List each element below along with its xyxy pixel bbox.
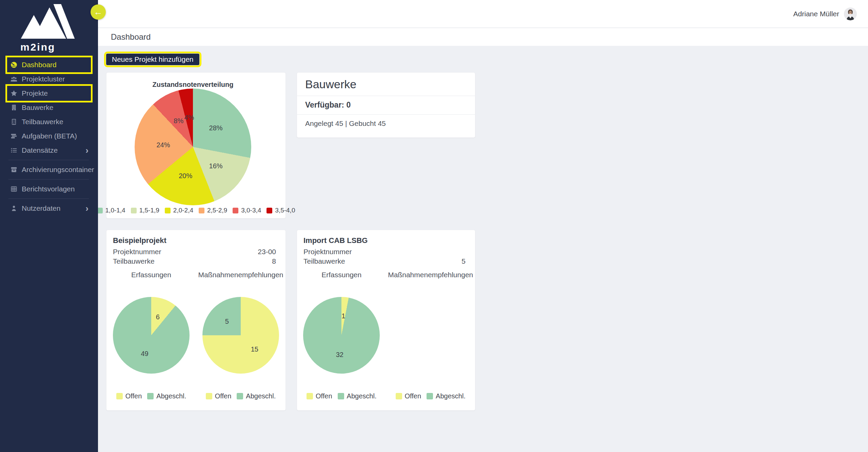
sidebar-item-datensaetze[interactable]: Datensätze › (7, 143, 91, 157)
legend-swatch (338, 393, 344, 399)
legend-label: 2,5-2,9 (207, 207, 227, 214)
sidebar-item-label: Projektcluster (22, 75, 65, 83)
content-area: Neues Projekt hinzufügen Zustandsnotenve… (98, 46, 868, 452)
topbar: Adriane Müller (98, 0, 868, 28)
legend-item: Offen (206, 392, 232, 400)
legend-item: 1,5-1,9 (131, 207, 159, 214)
archive-icon (10, 166, 18, 173)
zustandsnoten-legend: 1,0-1,41,5-1,92,0-2,42,5-2,93,0-3,43,5-4… (106, 207, 285, 214)
legend-item: Offen (307, 392, 332, 400)
massnahmen-pie-chart: 155 (202, 297, 279, 374)
pie-value-label: 16% (209, 162, 223, 170)
titlebar: Dashboard (98, 28, 868, 46)
sidebar-item-projektcluster[interactable]: Projektcluster (7, 72, 91, 86)
legend-item: Offen (116, 392, 142, 400)
sidebar-item-bauwerke[interactable]: Bauwerke (7, 100, 91, 115)
card-title: Bauwerke (297, 73, 475, 96)
building-icon (10, 104, 18, 111)
building-outline-icon (10, 118, 18, 126)
pie-value-label: 15 (251, 345, 258, 353)
card-project-beispielprojekt: Beispielprojekt Projektnummer 23-00 Teil… (106, 230, 286, 411)
sidebar-divider (8, 179, 89, 180)
pie-value-label: 49 (141, 350, 149, 358)
legend-label: Offen (125, 392, 142, 400)
sidebar-item-nutzerdaten[interactable]: Nutzerdaten › (7, 201, 91, 215)
legend-label: Offen (215, 392, 232, 400)
legend-label: 3,0-3,4 (241, 207, 261, 214)
legend-swatch (267, 208, 272, 213)
sidebar-item-label: Bauwerke (22, 103, 53, 112)
legend-swatch (199, 208, 204, 213)
pie-legend: OffenAbgeschl. (386, 392, 475, 400)
sidebar-item-label: Aufgaben (BETA) (22, 132, 77, 140)
sidebar: m2ing Dashboard Projektcluster Projekte (0, 0, 98, 452)
legend-item: 1,0-1,4 (97, 207, 125, 214)
sidebar-item-projekte[interactable]: Projekte (7, 86, 91, 100)
erfassungen-pie-chart: 649 (113, 297, 190, 374)
list-icon (10, 147, 18, 154)
sidebar-item-label: Nutzerdaten (22, 204, 60, 212)
legend-item: 3,5-4,0 (267, 207, 295, 214)
collapse-sidebar-button[interactable]: ← (91, 4, 106, 20)
massnahmen-column: Maßnahmenempfehlungen 155 OffenAbgeschl. (196, 230, 285, 410)
sidebar-item-aufgaben[interactable]: Aufgaben (BETA) (7, 129, 91, 143)
column-header: Maßnahmenempfehlungen (386, 271, 475, 279)
pie-value-label: 28% (209, 124, 223, 132)
legend-item: 2,5-2,9 (199, 207, 227, 214)
legend-label: 2,0-2,4 (173, 207, 193, 214)
pie-value-label: 4% (184, 113, 194, 121)
legend-item: Abgeschl. (427, 392, 466, 400)
sidebar-item-teilbauwerke[interactable]: Teilbauwerke (7, 115, 91, 129)
sidebar-item-berichtsvorlagen[interactable]: Berichtsvorlagen (7, 182, 91, 196)
erfassungen-column: Erfassungen 649 OffenAbgeschl. (106, 230, 196, 410)
pie-value-label: 32 (336, 351, 343, 359)
legend-label: 3,5-4,0 (275, 207, 295, 214)
legend-item: 3,0-3,4 (233, 207, 261, 214)
legend-item: 2,0-2,4 (165, 207, 193, 214)
sidebar-item-label: Projekte (22, 89, 48, 97)
legend-item: Offen (396, 392, 421, 400)
m2ing-logo (0, 0, 98, 40)
sidebar-item-dashboard[interactable]: Dashboard (7, 58, 91, 72)
sidebar-item-archivierungscontainer[interactable]: Archivierungscontainer (7, 163, 91, 177)
legend-label: Abgeschl. (436, 392, 466, 400)
legend-label: 1,5-1,9 (139, 207, 159, 214)
legend-swatch (147, 393, 154, 399)
legend-label: 1,0-1,4 (105, 207, 125, 214)
legend-item: Abgeschl. (147, 392, 186, 400)
legend-swatch (396, 393, 402, 399)
legend-swatch (206, 393, 212, 399)
star-icon (10, 90, 18, 97)
tasks-icon (10, 132, 18, 140)
legend-swatch (427, 393, 433, 399)
legend-label: Offen (405, 392, 421, 400)
app-root: m2ing Dashboard Projektcluster Projekte (0, 0, 868, 452)
card-project-import-cab-lsbg: Import CAB LSBG Projektnummer Teilbauwer… (297, 230, 475, 411)
logo-wordmark: m2ing (0, 40, 98, 56)
pie-value-label: 24% (156, 141, 170, 149)
chevron-right-icon: › (85, 147, 88, 154)
pie-value-label: 5 (225, 318, 229, 325)
column-header: Erfassungen (297, 271, 386, 279)
legend-item: Abgeschl. (338, 392, 377, 400)
sidebar-divider (8, 160, 89, 160)
pie-value-label: 20% (179, 172, 192, 180)
arrow-left-icon: ← (94, 7, 103, 17)
available-count: Verfügbar: 0 (297, 96, 475, 114)
stats-line: Angelegt 45 | Gebucht 45 (297, 115, 475, 132)
pie-value-label: 8% (174, 117, 183, 125)
erfassungen-column: Erfassungen 132 OffenAbgeschl. (297, 230, 386, 410)
sidebar-item-label: Datensätze (22, 146, 58, 154)
add-project-button[interactable]: Neues Projekt hinzufügen (106, 54, 199, 65)
user-menu[interactable]: Adriane Müller (793, 7, 857, 20)
chart-title: Zustandsnotenverteilung (135, 81, 251, 89)
legend-swatch (237, 393, 243, 399)
legend-item: Abgeschl. (237, 392, 276, 400)
legend-label: Abgeschl. (347, 392, 377, 400)
card-zustandsnotenverteilung: Zustandsnotenverteilung 28%16%20%24%8%4%… (106, 72, 286, 219)
sidebar-nav: Dashboard Projektcluster Projekte Bauwer… (0, 58, 98, 215)
user-name: Adriane Müller (793, 10, 839, 18)
erfassungen-pie-chart: 132 (303, 297, 380, 374)
column-header: Maßnahmenempfehlungen (196, 271, 285, 279)
legend-label: Offen (316, 392, 332, 400)
